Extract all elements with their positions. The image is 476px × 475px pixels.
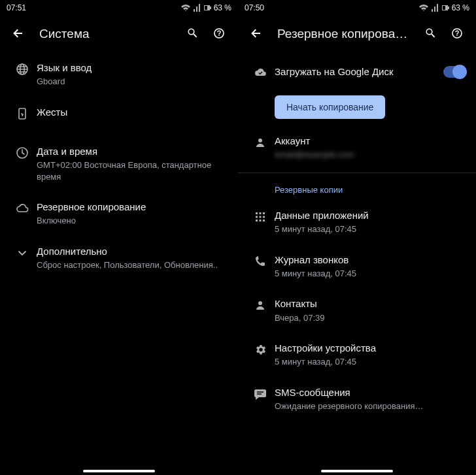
nav-handle[interactable] — [321, 470, 393, 472]
status-battery: 63 % — [452, 3, 469, 12]
chevron-down-icon — [8, 245, 37, 259]
account-row[interactable]: Аккаунт email@example.com — [238, 125, 476, 170]
help-button[interactable] — [207, 21, 233, 47]
item-title: Контакты — [275, 297, 466, 310]
item-title: Язык и ввод — [37, 61, 228, 74]
item-sub: 5 минут назад, 07:45 — [275, 268, 466, 280]
backup-switch[interactable] — [443, 66, 466, 78]
apps-icon — [246, 209, 275, 223]
status-right: 63 % — [418, 3, 469, 12]
section-heading: Резервные копии — [238, 176, 476, 200]
item-title: Данные приложений — [275, 209, 466, 222]
start-backup-button[interactable]: Начать копирование — [275, 95, 385, 119]
item-title: Дополнительно — [37, 245, 228, 258]
signal-icon — [193, 3, 201, 12]
page-title: Резервное копирова… — [269, 27, 418, 41]
content: Загружать на Google Диск Начать копирова… — [238, 52, 476, 475]
item-title: Дата и время — [37, 145, 228, 158]
divider — [238, 172, 476, 173]
globe-icon — [8, 61, 37, 76]
person-icon — [246, 135, 275, 149]
item-title: Загружать на Google Диск — [275, 65, 438, 78]
signal-icon — [431, 3, 439, 12]
item-sub: Сброс настроек, Пользователи, Обновления… — [37, 259, 228, 271]
account-value: email@example.com — [275, 149, 466, 161]
clock-icon — [8, 145, 37, 159]
item-app-data[interactable]: Данные приложений 5 минут назад, 07:45 — [238, 200, 476, 244]
person-icon — [246, 297, 275, 312]
item-title: Журнал звонков — [275, 254, 466, 267]
item-contacts[interactable]: Контакты Вчера, 07:39 — [238, 288, 476, 333]
back-button[interactable] — [243, 21, 269, 47]
item-sub: Вчера, 07:39 — [275, 312, 466, 324]
status-time: 07:50 — [245, 3, 264, 12]
cloud-icon — [8, 201, 37, 215]
gesture-icon — [8, 106, 37, 120]
item-sub: GMT+02:00 Восточная Европа, стандартное … — [37, 159, 228, 182]
gear-icon — [246, 342, 275, 356]
sms-icon — [246, 386, 275, 401]
battery-icon — [441, 3, 450, 12]
status-bar: 07:50 63 % — [238, 0, 476, 16]
item-backup[interactable]: Резервное копирование Включено — [0, 191, 238, 236]
app-bar: Резервное копирова… — [238, 16, 476, 52]
item-sub: Ожидание резервного копирования… — [275, 401, 466, 412]
page-title: Система — [31, 27, 180, 41]
nav-handle[interactable] — [83, 470, 155, 472]
item-title: Жесты — [37, 106, 228, 119]
item-device-settings[interactable]: Настройки устройства 5 минут назад, 07:4… — [238, 333, 476, 377]
item-title: Резервное копирование — [37, 201, 228, 214]
item-gestures[interactable]: Жесты — [0, 97, 238, 136]
status-battery: 63 % — [214, 3, 231, 12]
help-button[interactable] — [445, 21, 471, 47]
item-advanced[interactable]: Дополнительно Сброс настроек, Пользовате… — [0, 236, 238, 280]
status-right: 63 % — [180, 3, 231, 12]
backup-toggle-row[interactable]: Загружать на Google Диск — [238, 52, 476, 91]
search-button[interactable] — [418, 21, 445, 47]
app-bar: Система — [0, 16, 238, 52]
item-sms[interactable]: SMS-сообщения Ожидание резервного копиро… — [238, 377, 476, 421]
search-button[interactable] — [180, 21, 207, 47]
item-call-log[interactable]: Журнал звонков 5 минут назад, 07:45 — [238, 244, 476, 289]
screen-system: 07:51 63 % Система Язык и ввод Gboard Же… — [0, 0, 238, 475]
item-sub: 5 минут назад, 07:45 — [275, 356, 466, 368]
cloud-done-icon — [246, 65, 275, 79]
back-button[interactable] — [5, 21, 31, 47]
item-sub: Gboard — [37, 76, 228, 88]
status-bar: 07:51 63 % — [0, 0, 238, 16]
item-language[interactable]: Язык и ввод Gboard — [0, 52, 238, 97]
wifi-icon — [418, 3, 429, 12]
battery-icon — [203, 3, 212, 12]
item-datetime[interactable]: Дата и время GMT+02:00 Восточная Европа,… — [0, 136, 238, 191]
wifi-icon — [180, 3, 191, 12]
item-title: SMS-сообщения — [275, 386, 466, 399]
item-sub: Включено — [37, 215, 228, 227]
item-title: Аккаунт — [275, 135, 466, 148]
status-time: 07:51 — [7, 3, 26, 12]
content: Язык и ввод Gboard Жесты Дата и время GM… — [0, 52, 238, 475]
phone-icon — [246, 254, 275, 268]
item-title: Настройки устройства — [275, 342, 466, 355]
item-sub: 5 минут назад, 07:45 — [275, 223, 466, 235]
screen-backup: 07:50 63 % Резервное копирова… Загружать… — [238, 0, 476, 475]
